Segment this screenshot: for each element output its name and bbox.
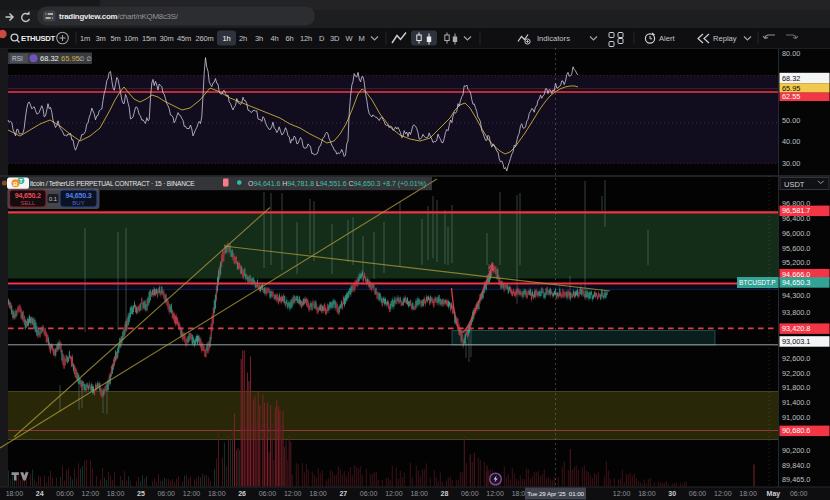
svg-text:itcoin / TetherUS PERPETUAL CO: itcoin / TetherUS PERPETUAL CONTRACT · 1…: [30, 180, 195, 187]
svg-text:89,840.0: 89,840.0: [782, 461, 810, 470]
svg-text:3D: 3D: [330, 34, 340, 43]
svg-text:2h: 2h: [239, 34, 247, 43]
svg-text:0.1: 0.1: [49, 196, 57, 202]
svg-text:92,200.0: 92,200.0: [782, 369, 810, 378]
svg-text:95,600.0: 95,600.0: [782, 244, 810, 253]
svg-text:ETHUSDT: ETHUSDT: [21, 34, 56, 43]
svg-text:89,465.0: 89,465.0: [782, 475, 810, 484]
svg-text:94,650.2: 94,650.2: [15, 192, 41, 200]
svg-text:93,003.1: 93,003.1: [782, 337, 810, 346]
svg-text:92,600.0: 92,600.0: [782, 354, 810, 363]
svg-text:USDT: USDT: [784, 180, 805, 189]
svg-text:RSI: RSI: [12, 55, 23, 62]
svg-text:260m: 260m: [196, 34, 214, 43]
svg-text:62.55: 62.55: [782, 92, 800, 101]
svg-text:W: W: [346, 34, 354, 43]
svg-text:65.95: 65.95: [782, 84, 800, 93]
svg-text:D: D: [319, 34, 325, 43]
svg-text:May: May: [767, 490, 781, 498]
svg-text:12:00: 12:00: [284, 490, 302, 497]
svg-text:tradingview.com/chart/nKQM8c3S: tradingview.com/chart/nKQM8c3S/: [59, 12, 179, 21]
svg-text:18:00: 18:00: [6, 490, 24, 497]
svg-text:15m: 15m: [142, 34, 156, 43]
svg-text:30.00: 30.00: [782, 159, 800, 168]
svg-text:12:00: 12:00: [486, 490, 504, 497]
svg-text:Alert: Alert: [659, 34, 676, 43]
svg-text:3h: 3h: [255, 34, 263, 43]
svg-text:94,300.0: 94,300.0: [782, 291, 810, 300]
svg-text:10m: 10m: [124, 34, 138, 43]
svg-text:Replay: Replay: [713, 34, 737, 43]
svg-text:68.32: 68.32: [40, 54, 59, 63]
svg-text:06:00: 06:00: [461, 490, 479, 497]
svg-text:BTCUSDT.P: BTCUSDT.P: [739, 279, 776, 286]
svg-text:1h: 1h: [223, 34, 231, 43]
svg-text:28: 28: [441, 490, 449, 497]
svg-text:12h: 12h: [300, 34, 312, 43]
svg-text:93,800.0: 93,800.0: [782, 308, 810, 317]
svg-text:12:00: 12:00: [385, 490, 403, 497]
svg-text:27: 27: [339, 490, 347, 497]
svg-text:18:00: 18:00: [739, 490, 757, 497]
svg-text:90,200.0: 90,200.0: [782, 446, 810, 455]
svg-text:45m: 45m: [177, 34, 191, 43]
svg-text:M: M: [358, 34, 364, 43]
svg-text:12:00: 12:00: [613, 490, 631, 497]
svg-text:12:00: 12:00: [82, 490, 100, 497]
svg-text:06:00: 06:00: [689, 490, 707, 497]
svg-text:18:00: 18:00: [638, 490, 656, 497]
svg-text:18:00: 18:00: [309, 490, 327, 497]
svg-text:24: 24: [36, 490, 44, 497]
svg-text:Tue 29 Apr '25 01:00: Tue 29 Apr '25 01:00: [527, 490, 584, 497]
svg-text:06:00: 06:00: [56, 490, 74, 497]
svg-text:94,650.3: 94,650.3: [782, 278, 810, 287]
svg-text:68.32: 68.32: [782, 74, 800, 83]
svg-text:1m: 1m: [80, 34, 90, 43]
svg-text:06:00: 06:00: [360, 490, 378, 497]
svg-text:4h: 4h: [271, 34, 279, 43]
svg-text:SELL: SELL: [20, 200, 35, 206]
svg-text:65.95: 65.95: [61, 54, 80, 63]
svg-text:91,800.0: 91,800.0: [782, 383, 810, 392]
svg-text:3m: 3m: [95, 34, 105, 43]
svg-text:06:00: 06:00: [157, 490, 175, 497]
svg-text:93,420.8: 93,420.8: [782, 324, 810, 333]
svg-text:91,000.0: 91,000.0: [782, 413, 810, 422]
svg-text:95,200.0: 95,200.0: [782, 258, 810, 267]
svg-text:12:00: 12:00: [183, 490, 201, 497]
svg-text:30m: 30m: [160, 34, 174, 43]
svg-text:Indicators: Indicators: [537, 34, 570, 43]
svg-text:50.00: 50.00: [782, 116, 800, 125]
svg-text:91,400.0: 91,400.0: [782, 398, 810, 407]
svg-text:80.00: 80.00: [782, 49, 800, 58]
svg-text:12:00: 12:00: [714, 490, 732, 497]
svg-text:18:00: 18:00: [410, 490, 428, 497]
svg-text:O94,641.6 H94,781.8 L94,551.6: O94,641.6 H94,781.8 L94,551.6 C94,650.3 …: [248, 180, 426, 188]
svg-text:18:00: 18:00: [107, 490, 125, 497]
svg-text:5m: 5m: [110, 34, 120, 43]
svg-text:25: 25: [137, 490, 145, 497]
svg-text:40.00: 40.00: [782, 137, 800, 146]
svg-text:B: B: [13, 181, 18, 187]
svg-text:26: 26: [238, 490, 246, 497]
svg-text:90,680.6: 90,680.6: [782, 426, 810, 435]
svg-text:∅ ∅: ∅ ∅: [79, 55, 92, 62]
svg-text:06:00: 06:00: [259, 490, 277, 497]
svg-text:96,400.0: 96,400.0: [782, 214, 810, 223]
svg-text:06:00: 06:00: [790, 490, 808, 497]
svg-text:BUY: BUY: [72, 200, 84, 206]
svg-text:30: 30: [668, 490, 676, 497]
svg-text:6h: 6h: [286, 34, 294, 43]
svg-text:94,650.3: 94,650.3: [65, 192, 91, 200]
svg-text:96,000.0: 96,000.0: [782, 229, 810, 238]
svg-text:18:00: 18:00: [208, 490, 226, 497]
